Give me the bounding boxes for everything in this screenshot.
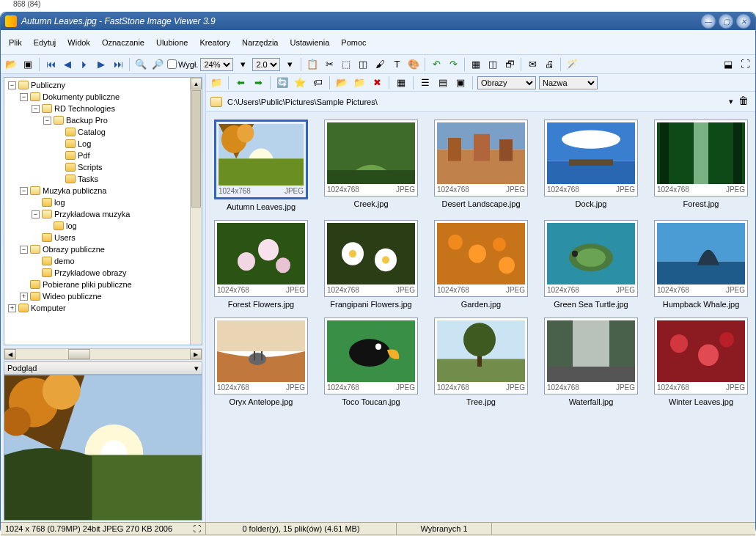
preview-dropdown-icon[interactable]: ▾: [194, 364, 199, 373]
menu-tools[interactable]: Narzędzia: [237, 34, 284, 51]
scale-chevron-icon[interactable]: ▾: [282, 57, 297, 72]
copy-to-icon[interactable]: 📂: [334, 76, 349, 90]
sort-select[interactable]: Nazwa: [539, 76, 598, 89]
expand-icon[interactable]: −: [20, 93, 28, 101]
crop-icon[interactable]: ⬚: [339, 57, 353, 72]
path-dropdown-icon[interactable]: ▾: [729, 97, 733, 106]
menu-view[interactable]: Widok: [62, 34, 95, 51]
zoom-percent-select[interactable]: 24%: [200, 58, 233, 71]
expand-icon[interactable]: −: [32, 105, 40, 113]
menu-tag[interactable]: Oznaczanie: [97, 34, 150, 51]
fit-icon[interactable]: ⛶: [193, 524, 201, 533]
expand-icon[interactable]: +: [20, 293, 28, 301]
expand-icon[interactable]: +: [8, 304, 16, 312]
color-icon[interactable]: 🎨: [406, 57, 421, 72]
tag-icon[interactable]: 🏷: [310, 76, 325, 90]
expand-icon[interactable]: −: [20, 246, 28, 254]
wand-icon[interactable]: 🪄: [565, 57, 579, 72]
thumbnail-item[interactable]: 1024x768JPEGWinter Leaves.jpg: [653, 317, 749, 406]
svg-rect-18: [499, 139, 513, 161]
tree-hscroll[interactable]: ◀ ▶: [4, 348, 202, 360]
folder-tree[interactable]: −Publiczny −Dokumenty publiczne −RD Tech…: [4, 77, 202, 345]
slideshow-icon[interactable]: ▣: [21, 57, 35, 72]
last-icon[interactable]: ⏭: [111, 57, 125, 72]
maximize-button[interactable]: ▢: [719, 14, 733, 29]
view-thumb-icon[interactable]: ▦: [394, 76, 408, 90]
next-icon[interactable]: ▶: [94, 57, 109, 72]
scroll-thumb[interactable]: [191, 90, 201, 208]
thumbnail-item[interactable]: 1024x768JPEGForest Flowers.jpg: [213, 220, 309, 309]
email-icon[interactable]: ✉: [525, 57, 540, 72]
thumbnail-item[interactable]: 1024x768JPEGForest.jpg: [653, 120, 749, 211]
prev-icon[interactable]: ◀: [60, 57, 75, 72]
thumbnail-item[interactable]: 1024x768JPEGOryx Antelope.jpg: [213, 317, 309, 406]
print-icon[interactable]: 🖨: [542, 57, 557, 72]
thumbnail-item[interactable]: 1024x768JPEGFrangipani Flowers.jpg: [323, 220, 419, 309]
fullscreen-icon[interactable]: ⛶: [738, 57, 752, 72]
scroll-right-icon[interactable]: ▶: [190, 349, 202, 359]
thumbnail-item[interactable]: 1024x768JPEGHumpback Whale.jpg: [653, 220, 749, 309]
menu-edit[interactable]: Edytuj: [29, 34, 62, 51]
first-icon[interactable]: ⏮: [43, 57, 58, 72]
menu-creators[interactable]: Kreatory: [194, 34, 235, 51]
thumbnail-item[interactable]: 1024x768JPEGTree.jpg: [433, 317, 529, 406]
zoom-out-icon[interactable]: 🔎: [150, 57, 165, 72]
menu-file[interactable]: Plik: [4, 34, 27, 51]
zoom-in-icon[interactable]: 🔍: [133, 57, 148, 72]
scroll-up-icon[interactable]: ▲: [191, 78, 202, 89]
thumbnail-item[interactable]: 1024x768JPEGToco Toucan.jpg: [323, 317, 419, 406]
resize-icon[interactable]: ◫: [356, 57, 370, 72]
preview-image[interactable]: [4, 375, 202, 521]
brush-icon[interactable]: 🖌: [373, 57, 387, 72]
rotate-right-icon[interactable]: ↷: [446, 57, 460, 72]
expand-icon[interactable]: −: [43, 117, 51, 125]
minimize-button[interactable]: —: [701, 14, 716, 29]
expand-icon[interactable]: −: [20, 187, 28, 195]
nav-forward-icon[interactable]: ➡: [251, 76, 265, 90]
nav-back-icon[interactable]: ⬅: [233, 76, 248, 90]
compare-icon[interactable]: ◫: [485, 57, 500, 72]
text-icon[interactable]: T: [389, 57, 404, 72]
view-checkbox[interactable]: Wygł.: [167, 59, 198, 69]
menu-favorites[interactable]: Ulubione: [151, 34, 193, 51]
thumbnail-item[interactable]: 1024x768JPEGCreek.jpg: [323, 120, 419, 211]
open-external-icon[interactable]: 🗗: [502, 57, 517, 72]
scroll-left-icon[interactable]: ◀: [4, 349, 16, 359]
rotate-left-icon[interactable]: ↶: [429, 57, 444, 72]
filter-select[interactable]: Obrazy: [477, 76, 536, 89]
scale-select[interactable]: 2.0: [252, 58, 280, 71]
thumbnail-item[interactable]: 1024x768JPEGWaterfall.jpg: [543, 317, 639, 406]
thumbnails-icon[interactable]: ▦: [469, 57, 483, 72]
thumbnails-area[interactable]: 1024x768JPEGAutumn Leaves.jpg1024x768JPE…: [206, 112, 755, 522]
thumbnail-label: Autumn Leaves.jpg: [227, 202, 296, 211]
dual-pane-icon[interactable]: ⬓: [721, 57, 735, 72]
browse-folder-icon[interactable]: 📁: [209, 76, 224, 90]
folder-up-icon[interactable]: 📂: [4, 57, 18, 72]
view-details-icon[interactable]: ▤: [436, 76, 450, 90]
cut-icon[interactable]: ✂: [322, 57, 337, 72]
thumbnail-item[interactable]: 1024x768JPEGGarden.jpg: [433, 220, 529, 309]
zoom-chevron-icon[interactable]: ▾: [235, 57, 250, 72]
favorite-icon[interactable]: ⭐: [293, 76, 307, 90]
play-icon[interactable]: ⏵: [77, 57, 92, 72]
thumbnail-item[interactable]: 1024x768JPEGAutumn Leaves.jpg: [213, 120, 309, 211]
thumbnail-item[interactable]: 1024x768JPEGDock.jpg: [543, 120, 639, 211]
hscroll-thumb[interactable]: [68, 349, 90, 359]
thumbnail-item[interactable]: 1024x768JPEGGreen Sea Turtle.jpg: [543, 220, 639, 309]
move-to-icon[interactable]: 📁: [352, 76, 367, 90]
view-list-icon[interactable]: ☰: [418, 76, 433, 90]
titlebar[interactable]: Autumn Leaves.jpg - FastStone Image View…: [1, 12, 755, 30]
tree-scrollbar[interactable]: ▲: [190, 78, 202, 345]
menu-settings[interactable]: Ustawienia: [285, 34, 335, 51]
path-text[interactable]: C:\Users\Public\Pictures\Sample Pictures…: [227, 98, 726, 106]
copy-icon[interactable]: 📋: [305, 57, 320, 72]
trash-icon[interactable]: 🗑: [736, 95, 751, 109]
expand-icon[interactable]: −: [32, 210, 40, 219]
refresh-icon[interactable]: 🔄: [275, 76, 290, 90]
menu-help[interactable]: Pomoc: [336, 34, 371, 51]
delete-icon[interactable]: ✖: [370, 76, 384, 90]
view-tiles-icon[interactable]: ▣: [453, 76, 468, 90]
thumbnail-item[interactable]: 1024x768JPEGDesert Landscape.jpg: [433, 120, 529, 211]
close-button[interactable]: ✕: [736, 14, 751, 29]
expand-icon[interactable]: −: [8, 81, 16, 89]
